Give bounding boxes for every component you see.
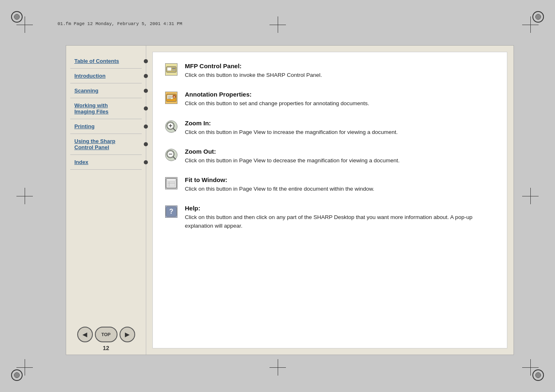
svg-line-15 [173, 128, 176, 131]
content-title-help: Help: [185, 205, 495, 212]
content-desc-mfp: Click on this button to invoke the SHARP… [185, 71, 322, 79]
content-text-zoom-out: Zoom Out: Click on this button in Page V… [185, 148, 400, 165]
content-text-zoom-in: Zoom In: Click on this button in Page Vi… [185, 120, 398, 136]
crosshair-bottom-mid [269, 359, 286, 376]
sidebar-label-working-imaging: Working with Imaging Files [74, 102, 108, 115]
nav-dot-sharp [144, 142, 148, 146]
sidebar-label-introduction: Introduction [74, 73, 106, 79]
sidebar-item-table-of-contents[interactable]: Table of Contents [66, 54, 146, 68]
content-item-mfp: MFP Control Panel: Click on this button … [165, 62, 495, 79]
content-desc-zoom-out: Click on this button in Page View to dec… [185, 157, 400, 165]
sidebar-label-scanning: Scanning [74, 88, 99, 94]
sidebar-item-sharp-control[interactable]: Using the Sharp Control Panel [66, 134, 146, 154]
back-button[interactable]: ◀ [77, 327, 93, 342]
content-text-help: Help: Click on this button and then clic… [185, 205, 495, 230]
svg-rect-1 [167, 67, 171, 71]
svg-rect-3 [172, 70, 175, 71]
circle-inner-br [535, 372, 541, 378]
content-item-zoom-in: Zoom In: Click on this button in Page Vi… [165, 120, 495, 136]
crosshair-top-mid [269, 16, 286, 33]
nav-dot-imaging [144, 106, 148, 111]
nav-dot-intro [144, 74, 148, 78]
crosshair-mid-left [16, 188, 33, 204]
forward-button[interactable]: ▶ [120, 327, 135, 342]
content-item-zoom-out: Zoom Out: Click on this button in Page V… [165, 148, 495, 165]
crosshair-mid-right [522, 188, 539, 204]
sidebar-item-index[interactable]: Index [66, 155, 146, 169]
sidebar: Table of Contents Introduction Scanning … [66, 46, 146, 355]
nav-divider-7 [70, 169, 142, 170]
sidebar-item-introduction[interactable]: Introduction [66, 69, 146, 83]
content-item-annotation: A Annotation Properties: Click on this b… [165, 91, 495, 108]
content-text-annotation: Annotation Properties: Click on this but… [185, 91, 369, 108]
nav-buttons-container: ◀ TOP ▶ [66, 327, 146, 342]
content-desc-zoom-in: Click on this button in Page View to inc… [185, 128, 398, 136]
content-title-annotation: Annotation Properties: [185, 91, 369, 98]
content-desc-help: Click on this button and then click on a… [185, 213, 495, 230]
content-desc-annotation: Click on this button to set and change p… [185, 99, 369, 108]
page-number: 12 [103, 345, 109, 351]
content-panel: MFP Control Panel: Click on this button … [152, 52, 507, 348]
sidebar-item-working-imaging[interactable]: Working with Imaging Files [66, 98, 146, 119]
circle-inner-tl [14, 14, 20, 20]
zoom-in-icon [165, 120, 177, 133]
content-text-fit: Fit to Window: Click on this button in P… [185, 176, 374, 193]
nav-dot-scanning [144, 89, 148, 93]
content-desc-fit: Click on this button in Page View to fit… [185, 185, 374, 193]
zoom-out-icon [165, 149, 177, 161]
circle-inner-bl [14, 372, 20, 378]
help-icon: ? [165, 205, 177, 218]
content-text-mfp: MFP Control Panel: Click on this button … [185, 62, 322, 79]
annotation-icon: A [165, 92, 177, 104]
nav-dot-index [144, 160, 148, 164]
fit-to-window-icon [165, 177, 177, 189]
content-title-fit: Fit to Window: [185, 176, 374, 183]
nav-dot-printing [144, 125, 148, 129]
svg-rect-2 [172, 68, 175, 69]
content-item-help: ? Help: Click on this button and then cl… [165, 205, 495, 230]
main-container: Table of Contents Introduction Scanning … [66, 45, 514, 355]
svg-text:?: ? [169, 208, 173, 215]
sidebar-label-index: Index [74, 159, 88, 165]
sidebar-item-printing[interactable]: Printing [66, 119, 146, 134]
top-button[interactable]: TOP [95, 327, 117, 342]
content-title-zoom-in: Zoom In: [185, 120, 398, 127]
sidebar-label-sharp-control: Using the Sharp Control Panel [74, 138, 115, 150]
sidebar-label-printing: Printing [74, 123, 94, 129]
circle-inner-tr [535, 14, 541, 20]
svg-text:A: A [173, 96, 175, 98]
sidebar-label-table-of-contents: Table of Contents [74, 58, 119, 64]
svg-line-19 [173, 157, 176, 159]
content-item-fit: Fit to Window: Click on this button in P… [165, 176, 495, 193]
sidebar-item-scanning[interactable]: Scanning [66, 83, 146, 98]
filename-bar: 01.fm Page 12 Monday, February 5, 2001 4… [58, 21, 182, 26]
mfp-icon [165, 63, 177, 76]
content-title-mfp: MFP Control Panel: [185, 62, 322, 69]
content-title-zoom-out: Zoom Out: [185, 148, 400, 155]
svg-rect-23 [168, 182, 175, 187]
nav-dot-toc [144, 59, 148, 63]
